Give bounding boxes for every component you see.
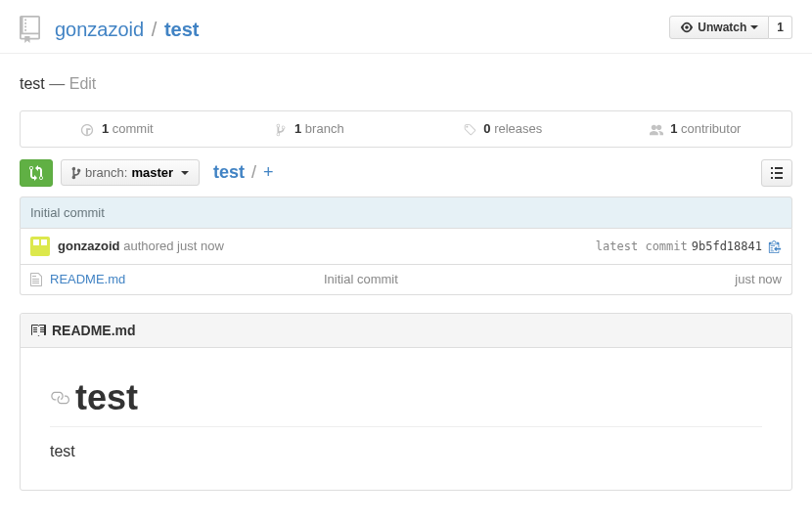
readme-paragraph: test — [50, 443, 762, 460]
unwatch-label: Unwatch — [698, 21, 746, 34]
commit-tease: Initial commit — [20, 196, 792, 229]
breadcrumb: test / + — [213, 162, 274, 183]
releases-stat[interactable]: 0 releases — [406, 111, 599, 147]
author-action: authored just now — [120, 239, 224, 253]
branches-label: branch — [305, 121, 344, 136]
branch-icon — [275, 123, 287, 137]
contributors-label: contributor — [681, 121, 741, 136]
clipboard-icon[interactable] — [768, 239, 782, 253]
compare-button[interactable] — [20, 159, 53, 187]
breadcrumb-separator: / — [251, 162, 256, 182]
readme-filename: README.md — [52, 323, 136, 338]
eye-icon — [680, 21, 694, 34]
repo-title: gonzazoid / test — [55, 19, 199, 41]
branch-name: master — [131, 165, 173, 180]
branch-select[interactable]: branch: master — [61, 159, 200, 186]
repo-icon — [20, 16, 47, 43]
commit-bar: gonzazoid authored just now latest commi… — [20, 229, 792, 265]
description-text: test — [20, 75, 45, 92]
people-icon — [650, 123, 663, 137]
readme-heading: test — [50, 377, 762, 427]
releases-count: 0 — [483, 121, 490, 136]
file-toolbar: branch: master test / + — [20, 159, 792, 187]
commits-count: 1 — [102, 121, 109, 136]
avatar[interactable] — [30, 237, 50, 256]
author-link[interactable]: gonzazoid — [58, 239, 120, 253]
commits-stat[interactable]: 1 commit — [21, 111, 213, 147]
owner-link[interactable]: gonzazoid — [55, 19, 144, 40]
readme-header: README.md — [21, 314, 791, 348]
file-time: just now — [735, 272, 782, 286]
readme-body: test test — [21, 348, 791, 490]
watch-count[interactable]: 1 — [769, 16, 792, 39]
commits-label: commit — [113, 121, 154, 136]
header-actions: Unwatch 1 — [669, 16, 792, 39]
file-list: README.md Initial commit just now — [20, 265, 792, 295]
commit-sha[interactable]: 9b5fd18841 — [692, 239, 762, 253]
chevron-down-icon — [181, 171, 189, 175]
contributors-stat[interactable]: 1 contributor — [599, 111, 791, 147]
list-view-button[interactable] — [761, 159, 792, 187]
file-link[interactable]: README.md — [50, 272, 324, 286]
compare-icon — [28, 165, 44, 181]
branches-stat[interactable]: 1 branch — [213, 111, 406, 147]
latest-commit-label: latest commit — [596, 239, 688, 253]
breadcrumb-root[interactable]: test — [213, 162, 245, 182]
repo-link[interactable]: test — [164, 19, 200, 40]
branch-prefix: branch: — [85, 165, 127, 180]
branches-count: 1 — [294, 121, 301, 136]
branch-select-icon — [71, 166, 81, 180]
tag-icon — [463, 123, 476, 137]
file-commit-message[interactable]: Initial commit — [324, 272, 735, 286]
readme-box: README.md test test — [20, 313, 792, 491]
edit-description-link[interactable]: Edit — [69, 75, 97, 92]
book-icon — [30, 323, 46, 338]
new-file-button[interactable]: + — [263, 162, 274, 182]
history-icon — [80, 123, 94, 137]
path-separator: / — [152, 19, 158, 40]
contributors-count: 1 — [670, 121, 677, 136]
releases-label: releases — [494, 121, 542, 136]
file-text-icon — [30, 272, 42, 287]
tease-message: Initial commit — [30, 205, 105, 220]
repo-description: test — Edit — [20, 75, 792, 93]
description-dash: — — [49, 75, 65, 92]
file-row: README.md Initial commit just now — [21, 265, 791, 294]
unwatch-button[interactable]: Unwatch — [669, 16, 769, 39]
link-icon[interactable] — [50, 388, 69, 408]
readme-heading-text: test — [75, 377, 138, 418]
list-icon — [770, 167, 784, 179]
caret-down-icon — [750, 25, 758, 29]
stats-bar: 1 commit 1 branch 0 releases 1 contribut… — [20, 110, 792, 148]
